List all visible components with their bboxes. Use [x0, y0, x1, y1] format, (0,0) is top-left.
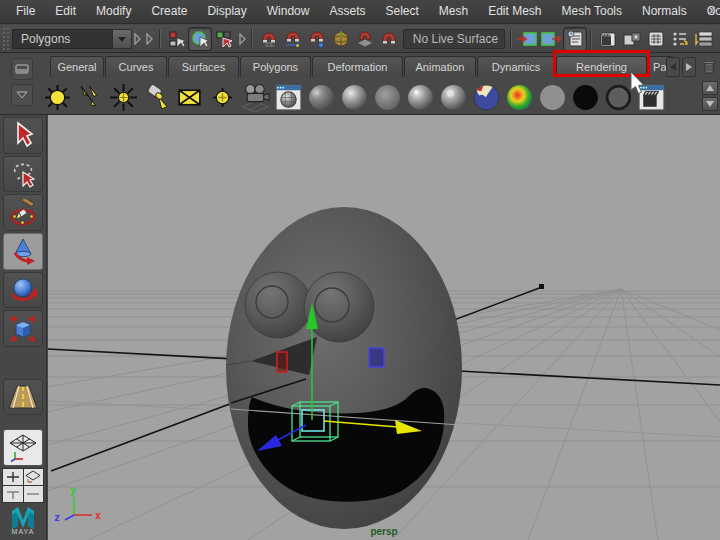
menu-item[interactable]: Create	[141, 0, 197, 23]
shelf-options-button[interactable]	[11, 58, 33, 80]
menu-item[interactable]: Display	[197, 0, 256, 23]
egg-character[interactable]	[226, 207, 462, 529]
scale-cube-icon	[9, 315, 37, 343]
lambert-material-icon[interactable]	[372, 82, 403, 113]
magnet-plane-icon	[355, 29, 375, 49]
shelf-item-row	[42, 80, 667, 114]
section-collapse-arrow[interactable]	[145, 30, 155, 48]
maya-logo-icon	[8, 506, 38, 530]
ambient-light-icon[interactable]	[42, 82, 73, 113]
shelf-tab-prev-button[interactable]	[666, 57, 680, 77]
shelf-menu-arrow-button[interactable]	[11, 84, 33, 106]
menu-item[interactable]: Modify	[86, 0, 141, 23]
surface-shader-icon[interactable]	[537, 82, 568, 113]
snap-to-grid-button[interactable]	[257, 27, 281, 51]
maya-logo-text: MAYA	[12, 528, 35, 535]
area-light-icon[interactable]	[174, 82, 205, 113]
red-poly-component[interactable]	[277, 352, 287, 372]
construction-history-button[interactable]	[563, 27, 587, 51]
shelf-tab[interactable]: Dynamics	[477, 56, 555, 77]
shelf-scroll-up-button[interactable]	[702, 81, 718, 95]
menu-item[interactable]: Window	[257, 0, 320, 23]
use-background-icon[interactable]	[570, 82, 601, 113]
shelf-scroll-down-button[interactable]	[702, 97, 718, 111]
snap-to-curve-button[interactable]	[281, 27, 305, 51]
menu-item[interactable]: Edit	[45, 0, 86, 23]
selection-mask-dropdown[interactable]: Polygons	[12, 29, 112, 49]
tool-settings-button[interactable]	[668, 27, 692, 51]
move-tool[interactable]	[3, 233, 43, 270]
select-by-hierarchy-button[interactable]	[165, 27, 189, 51]
ipr-render-button[interactable]	[620, 27, 644, 51]
shelf-tab[interactable]: Polygons	[240, 56, 311, 77]
shelf-tab[interactable]: Animation	[404, 56, 476, 77]
shelf-tab[interactable]: Surfaces	[168, 56, 239, 77]
triangle-left-icon	[669, 62, 677, 72]
phong-e-material-icon[interactable]	[438, 82, 469, 113]
menu-item[interactable]: Select	[375, 0, 428, 23]
four-pane-layout-button[interactable]	[2, 468, 44, 504]
status-line-grip[interactable]	[2, 27, 10, 51]
blinn-material-icon[interactable]	[339, 82, 370, 113]
camera-icon[interactable]	[240, 82, 271, 113]
channel-box-layers-button[interactable]	[692, 27, 716, 51]
menu-overflow-chevron[interactable]: »	[709, 3, 716, 17]
pane-cell-single[interactable]	[3, 469, 23, 485]
anisotropic-material-icon[interactable]	[306, 82, 337, 113]
menu-item[interactable]: Assets	[319, 0, 375, 23]
shelf-tab[interactable]: Curves	[105, 56, 167, 77]
left-eye[interactable]	[245, 272, 311, 338]
shelf-tab[interactable]: General	[50, 56, 104, 77]
menu-item[interactable]: Normals	[632, 0, 697, 23]
scale-tool[interactable]	[3, 310, 43, 347]
ramp-shader-icon[interactable]	[471, 82, 502, 113]
pane-cell-four[interactable]	[24, 486, 44, 502]
shelf-options-icon	[15, 64, 29, 74]
rotate-tool[interactable]	[3, 272, 43, 309]
perspective-viewport[interactable]: y x z persp	[48, 115, 720, 540]
select-by-component-button[interactable]	[212, 27, 236, 51]
volume-light-icon[interactable]	[207, 82, 238, 113]
phong-material-icon[interactable]	[405, 82, 436, 113]
directional-light-icon[interactable]	[75, 82, 106, 113]
render-settings-button[interactable]	[644, 27, 668, 51]
history-icon	[566, 30, 584, 48]
section-collapse-arrow[interactable]	[133, 30, 143, 48]
selection-mask-dropdown-arrow[interactable]	[112, 29, 132, 49]
snap-to-view-plane-button[interactable]	[377, 27, 401, 51]
menu-item[interactable]: Mesh	[429, 0, 478, 23]
blue-poly-component[interactable]	[369, 348, 384, 367]
divider	[510, 29, 513, 49]
hypershade-icon[interactable]	[273, 82, 304, 113]
pane-cell-three[interactable]	[3, 486, 23, 502]
shading-map-icon[interactable]	[504, 82, 535, 113]
magnet-curve-icon	[283, 29, 303, 49]
input-connections-button[interactable]	[516, 27, 540, 51]
shelf-tab-next-button[interactable]	[682, 57, 696, 77]
pane-cell-persp[interactable]	[24, 469, 44, 485]
section-collapse-arrow[interactable]	[237, 30, 247, 48]
lasso-select-tool[interactable]	[3, 156, 43, 193]
triangle-up-icon	[705, 84, 715, 92]
shelf-tab[interactable]: Deformation	[312, 56, 403, 77]
snap-to-point-button[interactable]	[305, 27, 329, 51]
paint-selection-tool[interactable]	[3, 194, 43, 231]
show-manipulator-tool[interactable]	[3, 379, 43, 416]
live-surface-field[interactable]: No Live Surface	[403, 29, 505, 49]
spot-light-icon[interactable]	[141, 82, 172, 113]
viewport-canvas[interactable]: y x z	[48, 115, 720, 540]
menu-item[interactable]: Mesh Tools	[552, 0, 632, 23]
select-tool[interactable]	[3, 117, 43, 154]
ipr-render-icon	[623, 30, 641, 48]
single-pane-layout-button[interactable]	[3, 429, 43, 466]
select-by-object-button[interactable]	[188, 27, 212, 51]
snap-to-projected-center-button[interactable]	[329, 27, 353, 51]
point-light-icon[interactable]	[108, 82, 139, 113]
output-connections-button[interactable]	[539, 27, 563, 51]
render-current-frame-button[interactable]	[596, 27, 620, 51]
shelf-delete-button[interactable]	[702, 57, 716, 77]
menu-bar: FileEditModifyCreateDisplayWindowAssetsS…	[0, 0, 720, 24]
menu-item[interactable]: File	[6, 0, 45, 23]
menu-item[interactable]: Edit Mesh	[478, 0, 551, 23]
make-live-button[interactable]	[353, 27, 377, 51]
